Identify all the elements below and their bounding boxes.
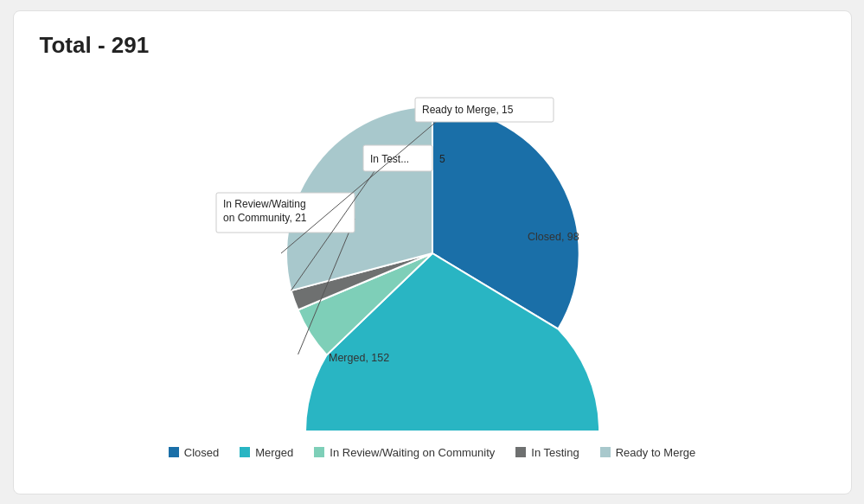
legend-item: Ready to Merge [600,446,696,459]
label-ready: Ready to Merge, 15 [422,104,514,116]
label-in-review: In Review/Waiting [223,198,306,210]
legend-color-box [600,447,611,457]
label-in-testing: In Test... [370,153,409,165]
legend-item: Closed [169,446,219,459]
chart-card: Total - 291 [13,10,852,494]
legend-label: In Review/Waiting on Community [330,446,495,459]
label-merged: Merged, 152 [329,352,389,364]
label-closed: Closed, 98 [528,231,579,243]
chart-title: Total - 291 [40,32,825,59]
legend-item: In Review/Waiting on Community [314,446,495,459]
legend-label: In Testing [531,446,579,459]
legend-item: Merged [240,446,293,459]
legend-color-box [314,447,324,457]
legend-label: Ready to Merge [616,446,696,459]
chart-area: Closed, 98 Merged, 152 In Review/Waiting… [40,67,825,459]
legend-label: Merged [255,446,293,459]
pie-container: Closed, 98 Merged, 152 In Review/Waiting… [130,67,735,431]
legend-label: Closed [184,446,219,459]
legend-color-box [515,447,526,457]
pie-chart: Closed, 98 Merged, 152 In Review/Waiting… [130,67,735,431]
legend-color-box [240,447,250,457]
label-in-review2: on Community, 21 [223,212,307,224]
label-in-testing-value: 5 [439,153,445,165]
chart-legend: ClosedMergedIn Review/Waiting on Communi… [169,446,695,459]
legend-color-box [169,447,179,457]
legend-item: In Testing [515,446,579,459]
